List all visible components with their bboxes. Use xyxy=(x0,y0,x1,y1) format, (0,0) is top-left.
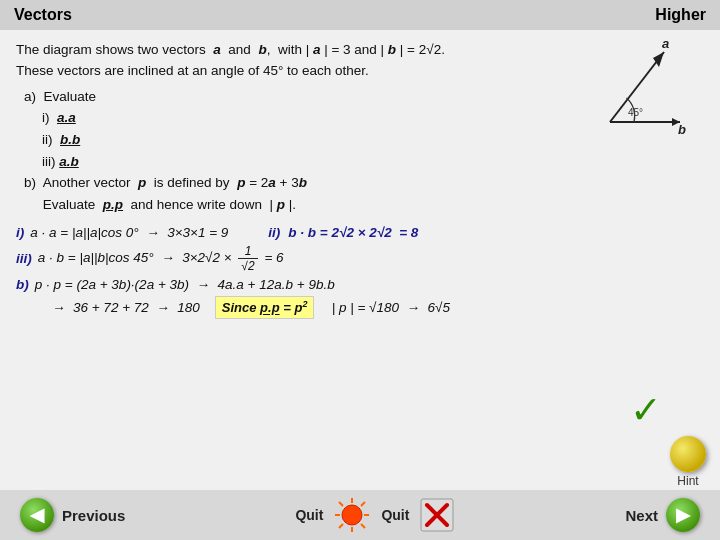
solutions-block: i) a · a = |a||a|cos 0° → 3×3×1 = 9 ii) … xyxy=(16,225,704,318)
intro-line1: The diagram shows two vectors a and b, w… xyxy=(16,40,704,61)
solution-row-b2: → 36 + 72 + 72 → 180 Since p.p = p2 | p … xyxy=(16,296,704,318)
header-subtitle: Higher xyxy=(655,6,706,24)
previous-label: Previous xyxy=(62,507,125,524)
next-icon[interactable]: ▶ xyxy=(666,498,700,532)
hint-area: Hint xyxy=(670,436,706,488)
quit1-label[interactable]: Quit xyxy=(295,507,323,523)
part-a-label: a) Evaluate xyxy=(24,86,704,108)
svg-line-14 xyxy=(361,502,365,506)
label-ii: ii) xyxy=(268,225,280,240)
svg-point-7 xyxy=(342,505,362,525)
svg-line-12 xyxy=(339,502,343,506)
part-b: b) Another vector p is defined by p = 2a… xyxy=(24,172,704,215)
previous-icon[interactable]: ◀ xyxy=(20,498,54,532)
hint-label: Hint xyxy=(677,474,698,488)
check-icon: ✓ xyxy=(630,388,662,432)
main-content: The diagram shows two vectors a and b, w… xyxy=(0,30,720,329)
quit2-label[interactable]: Quit xyxy=(381,507,409,523)
footer-center: Quit Quit xyxy=(295,495,455,535)
next-button[interactable]: Next ▶ xyxy=(625,498,700,532)
x-icon[interactable] xyxy=(419,495,455,535)
intro-line2: These vectors are inclined at an angle o… xyxy=(16,61,704,82)
footer: ◀ Previous Quit Quit Ne xyxy=(0,490,720,540)
sub-iii: iii) a.b xyxy=(42,151,704,173)
intro-block: The diagram shows two vectors a and b, w… xyxy=(16,40,704,82)
part-b-line2: Evaluate p.p and hence write down | p |. xyxy=(24,194,704,216)
sol-b-math1: p · p = (2a + 3b)·(2a + 3b) → 4a.a + 12a… xyxy=(35,277,335,292)
label-i: i) xyxy=(16,225,24,240)
sol-ii-math: b · b = 2√2 × 2√2 = 8 xyxy=(288,225,418,240)
solution-row-i-ii: i) a · a = |a||a|cos 0° → 3×3×1 = 9 ii) … xyxy=(16,225,704,240)
sol-i-math: a · a = |a||a|cos 0° → 3×3×1 = 9 xyxy=(30,225,228,240)
part-a: a) Evaluate i) a.a ii) b.b iii) a.b xyxy=(24,86,704,172)
sol-iii-math: a · b = |a||b|cos 45° → 3×2√2 × 1 √2 = 6 xyxy=(38,244,284,273)
next-label: Next xyxy=(625,507,658,524)
header: Vectors Higher xyxy=(0,0,720,30)
sub-ii: ii) b.b xyxy=(42,129,704,151)
since-box: Since p.p = p2 xyxy=(215,296,315,318)
sol-b-math2: → 36 + 72 + 72 → 180 Since p.p = p2 | p … xyxy=(52,296,450,318)
svg-line-13 xyxy=(361,524,365,528)
label-iii: iii) xyxy=(16,251,32,266)
previous-button[interactable]: ◀ Previous xyxy=(20,498,125,532)
solution-row-b1: b) p · p = (2a + 3b)·(2a + 3b) → 4a.a + … xyxy=(16,277,704,292)
sun-icon[interactable] xyxy=(333,496,371,534)
hint-ball[interactable] xyxy=(670,436,706,472)
solution-row-iii: iii) a · b = |a||b|cos 45° → 3×2√2 × 1 √… xyxy=(16,244,704,273)
part-b-line1: b) Another vector p is defined by p = 2a… xyxy=(24,172,704,194)
sub-i: i) a.a xyxy=(42,107,704,129)
svg-line-15 xyxy=(339,524,343,528)
label-b: b) xyxy=(16,277,29,292)
header-title: Vectors xyxy=(14,6,72,24)
